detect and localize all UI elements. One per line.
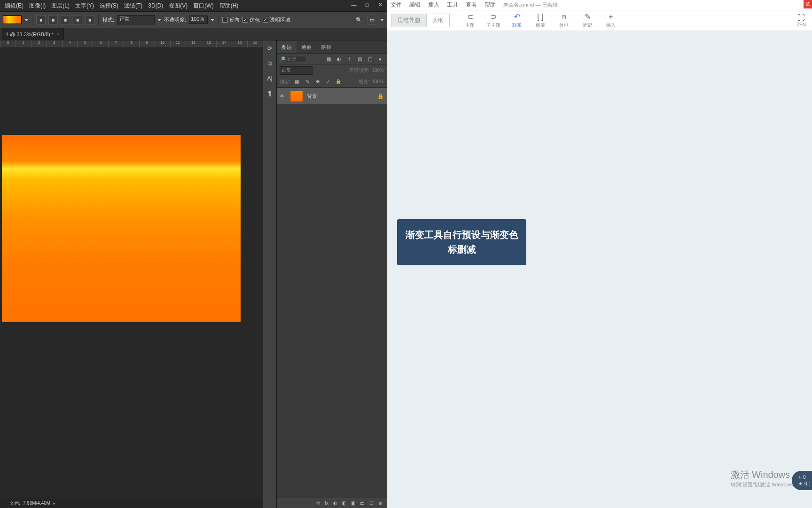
tb-subtopic[interactable]: ⊃子主题 bbox=[482, 12, 505, 29]
lock-image-icon[interactable]: ✎ bbox=[304, 78, 311, 86]
status-arrow-icon[interactable]: ▸ bbox=[53, 500, 55, 506]
menu-window[interactable]: 窗口(W) bbox=[190, 2, 216, 10]
close-button[interactable]: ✕ bbox=[374, 0, 387, 9]
maximize-button[interactable]: □ bbox=[360, 0, 374, 9]
blend-mode-select[interactable]: 正常 bbox=[117, 15, 155, 24]
lock-artboard-icon[interactable]: ⤢ bbox=[324, 78, 332, 86]
tb-boundary[interactable]: ⧈外框 bbox=[552, 13, 576, 29]
xm-menu-tools[interactable]: 工具 bbox=[447, 1, 458, 9]
layer-filter-input[interactable] bbox=[287, 56, 305, 62]
reverse-checkbox[interactable]: 反向 bbox=[222, 16, 240, 24]
new-layer-icon[interactable]: 🗀 bbox=[360, 500, 365, 506]
gradient-type-angle[interactable]: ■ bbox=[61, 15, 70, 24]
menu-help[interactable]: 帮助(H) bbox=[217, 2, 242, 10]
tb-insert[interactable]: +插入 bbox=[599, 13, 623, 29]
layer-fx-icon[interactable]: fx bbox=[325, 500, 328, 506]
filter-shape-icon[interactable]: ▧ bbox=[356, 56, 363, 63]
zoom-plus-icon[interactable]: + bbox=[798, 475, 801, 480]
ruler-tick: 15 bbox=[232, 40, 247, 48]
ruler-tick: 7 bbox=[108, 40, 124, 48]
horizontal-ruler: 0 1 2 3 4 5 6 7 8 9 10 11 12 13 14 15 16 bbox=[0, 40, 263, 48]
history-panel-icon[interactable]: ⟳ bbox=[265, 43, 275, 54]
ruler-tick: 0 bbox=[0, 40, 16, 48]
delete-layer-icon[interactable]: ☐ bbox=[369, 500, 374, 506]
menu-view[interactable]: 视图(V) bbox=[166, 2, 190, 10]
character-panel-icon[interactable]: A| bbox=[265, 73, 275, 84]
filter-toggle-icon[interactable]: ● bbox=[376, 56, 384, 63]
group-icon[interactable]: ▣ bbox=[351, 500, 355, 506]
filter-adjust-icon[interactable]: ◐ bbox=[335, 56, 343, 63]
blend-mode-dropdown[interactable] bbox=[157, 19, 161, 21]
xm-menu-insert[interactable]: 插入 bbox=[428, 1, 439, 9]
zoom-floating-control[interactable]: +0 ★0.1 bbox=[792, 471, 812, 490]
opacity-input[interactable]: 100% bbox=[189, 16, 208, 24]
window-controls: — □ ✕ bbox=[347, 0, 387, 9]
gradient-swatch[interactable] bbox=[3, 16, 22, 24]
xm-menu-view[interactable]: 查看 bbox=[466, 1, 477, 9]
tab-channels[interactable]: 通道 bbox=[297, 41, 316, 53]
adjustment-layer-icon[interactable]: ◧ bbox=[342, 500, 346, 506]
lock-transparent-icon[interactable]: ▦ bbox=[293, 78, 301, 86]
tb-summary[interactable]: [ ]概要 bbox=[529, 13, 552, 29]
workspace-switcher-icon[interactable]: ▭ bbox=[367, 15, 377, 25]
layer-opacity-value[interactable]: 100% bbox=[372, 68, 384, 73]
search-icon[interactable]: 🔍 bbox=[354, 15, 364, 25]
status-doc-label: 文档: bbox=[9, 500, 20, 507]
tb-note[interactable]: ✎笔记 bbox=[576, 12, 599, 29]
tab-paths[interactable]: 路径 bbox=[316, 41, 336, 53]
lock-label: 锁定: bbox=[280, 79, 290, 85]
tb-zen[interactable]: ⛶ZEN bbox=[790, 14, 812, 27]
menu-type[interactable]: 文字(Y) bbox=[72, 2, 97, 10]
search-icon: 🔎 bbox=[280, 56, 285, 62]
tab-layers[interactable]: 图层 bbox=[277, 41, 297, 53]
tb-relation[interactable]: ↶联系 bbox=[505, 12, 529, 29]
menu-edit[interactable]: 编辑(E) bbox=[2, 2, 26, 10]
gradient-type-linear[interactable]: ■ bbox=[36, 15, 46, 24]
lock-all-icon[interactable]: 🔒 bbox=[335, 78, 342, 86]
menu-3d[interactable]: 3D(D) bbox=[145, 2, 166, 9]
xm-menu-file[interactable]: 文件 bbox=[390, 1, 402, 9]
xm-menu-help[interactable]: 帮助 bbox=[484, 1, 496, 9]
gradient-type-reflected[interactable]: ■ bbox=[73, 15, 82, 24]
visibility-eye-icon[interactable] bbox=[280, 93, 286, 100]
gradient-picker-dropdown[interactable] bbox=[24, 19, 28, 21]
xm-menu-edit[interactable]: 编辑 bbox=[409, 1, 421, 9]
layer-mask-icon[interactable]: ◐ bbox=[333, 500, 337, 506]
gradient-type-radial[interactable]: ■ bbox=[48, 15, 58, 24]
fill-value[interactable]: 100% bbox=[372, 79, 384, 84]
central-topic-node[interactable]: 渐变工具自行预设与渐变色标删减 bbox=[397, 219, 526, 265]
trash-icon[interactable]: 🗑 bbox=[378, 500, 383, 506]
gradient-type-diamond[interactable]: ■ bbox=[85, 15, 94, 24]
zoom-star-icon[interactable]: ★ bbox=[798, 481, 803, 486]
layer-blend-select[interactable]: 正常 bbox=[280, 66, 312, 75]
transparency-checkbox[interactable]: 透明区域 bbox=[263, 16, 290, 24]
menu-filter[interactable]: 滤镜(T) bbox=[121, 2, 145, 10]
xm-canvas[interactable]: 渐变工具自行预设与渐变色标删减 激活 Windows 转到"设置"以激活 Win… bbox=[387, 31, 812, 508]
mode-label: 模式: bbox=[102, 16, 114, 24]
close-tab-icon[interactable]: × bbox=[56, 32, 59, 37]
filter-type-icon[interactable]: T bbox=[345, 56, 353, 63]
menu-image[interactable]: 图像(I) bbox=[26, 2, 48, 10]
minimize-button[interactable]: — bbox=[347, 0, 360, 9]
lock-position-icon[interactable]: ✥ bbox=[314, 78, 321, 86]
relation-icon: ↶ bbox=[514, 12, 520, 21]
tb-topic[interactable]: ⊂主题 bbox=[458, 12, 482, 29]
menu-select[interactable]: 选择(S) bbox=[97, 2, 121, 10]
filter-pixel-icon[interactable]: ▦ bbox=[325, 56, 332, 63]
menu-layer[interactable]: 图层(L) bbox=[48, 2, 72, 10]
tab-outline[interactable]: 大纲 bbox=[426, 14, 450, 27]
workspace-dropdown[interactable] bbox=[380, 19, 384, 21]
layer-thumbnail[interactable] bbox=[290, 91, 303, 102]
dither-checkbox[interactable]: 仿色 bbox=[242, 16, 260, 24]
document-tab[interactable]: 1 @ 33.3%(RGB/8) * × bbox=[2, 28, 64, 40]
note-icon: ✎ bbox=[585, 12, 591, 21]
filter-smart-icon[interactable]: ◫ bbox=[366, 56, 374, 63]
tab-mindmap[interactable]: 思维导图 bbox=[391, 14, 426, 27]
paragraph-panel-icon[interactable]: ¶ bbox=[265, 88, 275, 99]
properties-panel-icon[interactable]: ⧉ bbox=[265, 58, 275, 69]
canvas-stage[interactable] bbox=[0, 48, 263, 498]
layer-row-background[interactable]: 背景 🔒 bbox=[277, 88, 387, 105]
opacity-dropdown[interactable] bbox=[211, 19, 214, 21]
layer-kind-search[interactable]: 🔎 bbox=[280, 56, 322, 62]
link-layers-icon[interactable]: ⟲ bbox=[316, 500, 320, 506]
